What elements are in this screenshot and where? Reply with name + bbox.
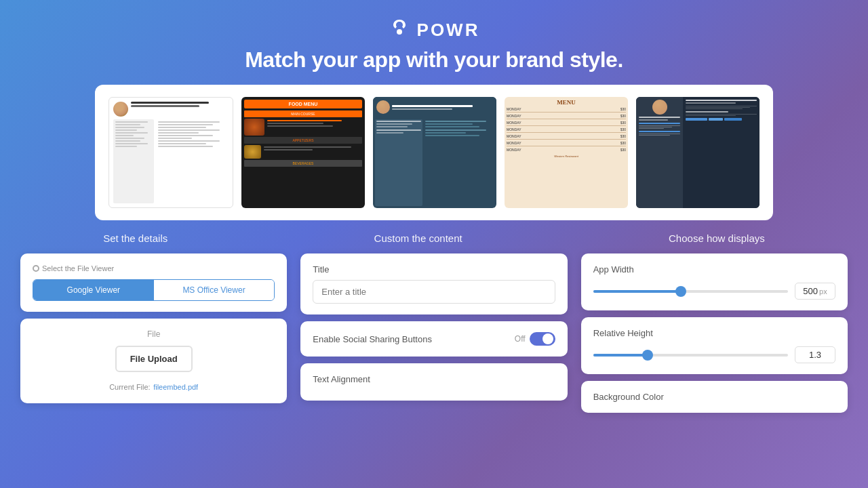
panel-col-2: Title Enable Social Sharing Buttons Off … (300, 253, 567, 413)
relative-height-slider-track[interactable] (593, 354, 788, 357)
preview-strip: FOOD MENU MAIN COURSE APPETIZERS BEVERAG… (95, 85, 773, 220)
header: POWR Match your app with your brand styl… (0, 0, 868, 85)
preview-card-4: MENU MONDAY$30 MONDAY$30 MONDAY$30 MONDA… (505, 97, 628, 208)
social-sharing-card: Enable Social Sharing Buttons Off (300, 321, 567, 357)
logo-row: POWR (0, 19, 868, 41)
relative-height-value-box: 1.3 (795, 346, 835, 363)
powr-icon (389, 19, 410, 41)
relative-height-card: Relative Height 1.3 (581, 317, 848, 374)
preview-card-5 (636, 97, 760, 208)
file-card: File File Upload Current File: fileembed… (20, 319, 287, 403)
title-field-label: Title (313, 264, 555, 274)
app-width-value-box: 500 px (795, 283, 835, 300)
title-card: Title (300, 253, 567, 314)
logo-text: POWR (417, 20, 480, 41)
radio-dot (33, 265, 39, 272)
relative-height-value: 1.3 (809, 350, 821, 360)
preview-card-3 (373, 97, 496, 208)
section-label-3: Choose how displays (669, 232, 765, 244)
preview-card-2: FOOD MENU MAIN COURSE APPETIZERS BEVERAG… (241, 97, 365, 208)
toggle-off-label: Off (515, 334, 526, 344)
section-label-2: Custom the content (374, 232, 462, 244)
app-width-value: 500 (803, 286, 818, 296)
text-alignment-card: Text Alignment (300, 363, 567, 401)
text-alignment-label: Text Alignment (313, 374, 555, 384)
app-width-slider-thumb[interactable] (675, 286, 686, 297)
svg-point-0 (397, 29, 402, 35)
panels-row: Select the File Viewer Google Viewer MS … (20, 253, 848, 413)
google-viewer-button[interactable]: Google Viewer (33, 280, 154, 300)
panel-col-1: Select the File Viewer Google Viewer MS … (20, 253, 287, 413)
relative-height-label: Relative Height (593, 328, 835, 338)
app-width-label: App Width (593, 264, 835, 274)
msoffice-viewer-button[interactable]: MS Office Viewer (154, 280, 275, 300)
title-input[interactable] (313, 280, 555, 304)
relative-height-slider-thumb[interactable] (642, 350, 653, 361)
viewer-selector-card: Select the File Viewer Google Viewer MS … (20, 253, 287, 312)
current-file-link[interactable]: fileembed.pdf (153, 383, 198, 391)
app-width-unit: px (819, 287, 827, 296)
file-upload-button[interactable]: File Upload (115, 346, 193, 372)
app-width-slider-track[interactable] (593, 290, 788, 293)
bg-color-label: Background Color (593, 392, 835, 402)
background-color-card: Background Color (581, 381, 848, 413)
tagline: Match your app with your brand style. (0, 47, 868, 73)
app-width-card: App Width 500 px (581, 253, 848, 310)
toggle-knob (542, 333, 553, 344)
viewer-hint: Select the File Viewer (33, 264, 275, 272)
section-label-1: Set the details (103, 232, 167, 244)
social-sharing-toggle[interactable] (530, 332, 555, 346)
preview-card-1 (108, 97, 233, 208)
social-sharing-label: Enable Social Sharing Buttons (313, 334, 432, 344)
file-label: File (33, 329, 275, 339)
current-file-prefix: Current File: (109, 383, 151, 391)
section-labels: Set the details Custom the content Choos… (0, 232, 868, 244)
toggle-wrapper: Off (515, 332, 555, 346)
viewer-button-group: Google Viewer MS Office Viewer (33, 279, 275, 301)
panel-col-3: App Width 500 px Relative Height (581, 253, 848, 413)
